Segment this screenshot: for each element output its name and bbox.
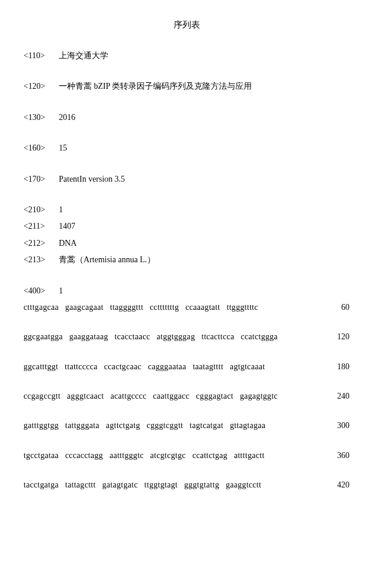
- entry-value: 上海交通大学: [59, 49, 108, 62]
- sequence-block: tattagcttt: [65, 479, 96, 492]
- sequence-block: ttattcccca: [65, 360, 98, 373]
- sequence-row: ggcatttggtttattccccaccactgcaaccagggaataa…: [24, 360, 349, 373]
- entry-value: 1: [59, 203, 63, 216]
- metadata-entry: <130>2016: [24, 111, 349, 124]
- sequence-block: agttctgatg: [106, 419, 140, 432]
- entry-tag: <213>: [24, 253, 59, 266]
- sequence-block: tattgggata: [65, 419, 99, 432]
- entry-value: DNA: [59, 237, 76, 250]
- sequence-blocks: ggcatttggtttattccccaccactgcaaccagggaataa…: [24, 360, 265, 373]
- entry-tag: <211>: [24, 220, 59, 233]
- sequence-block: gaaggataag: [69, 330, 108, 343]
- sequence-block: cgggtcggtt: [146, 419, 183, 432]
- metadata-entry: <212>DNA: [24, 237, 349, 250]
- sequence-block: ttcacttcca: [201, 330, 234, 343]
- sequence-block: ccatctggga: [241, 330, 278, 343]
- entry-value: 1407: [59, 220, 75, 233]
- sequence-block: tagtcatgat: [189, 419, 223, 432]
- entry-tag: <210>: [24, 203, 59, 216]
- sequence-block: caattggacc: [153, 390, 189, 403]
- entry-value: 2016: [59, 111, 75, 124]
- sequence-row: gatttggtggtattgggataagttctgatgcgggtcggtt…: [24, 419, 349, 432]
- sequence-block: gttagtagaa: [230, 419, 266, 432]
- sequence-position: 120: [326, 330, 349, 343]
- sequence-block: ctttgagcaa: [24, 301, 59, 314]
- sequence-block: ggcatttggt: [24, 360, 58, 373]
- sequence-block: tgcctgataa: [24, 449, 59, 462]
- sequence-row: tgcctgataacccacctaggaatttgggtcatcgtcgtgc…: [24, 449, 349, 462]
- sequence-block: gaagcagaat: [65, 301, 104, 314]
- entry-value: 1: [59, 285, 63, 298]
- sequence-block: ccattctgag: [192, 449, 228, 462]
- sequence-block: ccaaagtatt: [185, 301, 220, 314]
- sequence-block: taatagtttt: [193, 360, 224, 373]
- sequence-block: ttaggggttt: [110, 301, 144, 314]
- entry-tag: <160>: [24, 142, 59, 155]
- sequence-block: cccacctagg: [65, 449, 103, 462]
- sequence-block: attttgactt: [234, 449, 265, 462]
- sequence-block: cctttttttg: [150, 301, 179, 314]
- metadata-entry: <160>15: [24, 142, 349, 155]
- sequence-position: 60: [326, 301, 349, 314]
- sequence-row: ccgagccgttagggtcaactacattgcccccaattggacc…: [24, 390, 349, 403]
- sequence-row: tacctgatgatattagctttgatagtgatcttggtgtagt…: [24, 479, 349, 492]
- sequence-row: ctttgagcaagaagcagaatttaggggtttcctttttttg…: [24, 301, 349, 314]
- sequence-block: ttgggttttc: [227, 301, 258, 314]
- sequence-block: cgggagtact: [196, 390, 234, 403]
- entry-tag: <130>: [24, 111, 59, 124]
- metadata-entries: <110>上海交通大学<120>一种青蒿 bZIP 类转录因子编码序列及克隆方法…: [24, 49, 349, 298]
- sequence-position: 360: [326, 449, 349, 462]
- sequence-block: aatttgggtc: [109, 449, 144, 462]
- sequence-blocks: ggcgaatggagaaggataagtcacctaaccatggtgggag…: [24, 330, 278, 343]
- sequence-blocks: tacctgatgatattagctttgatagtgatcttggtgtagt…: [24, 479, 261, 492]
- entry-tag: <120>: [24, 80, 59, 93]
- sequence-blocks: ccgagccgttagggtcaactacattgcccccaattggacc…: [24, 390, 278, 403]
- sequence-row: ggcgaatggagaaggataagtcacctaaccatggtgggag…: [24, 330, 349, 343]
- sequence-block: tcacctaacc: [115, 330, 151, 343]
- sequence-list-title: 序列表: [24, 18, 349, 32]
- sequence-block: atggtgggag: [156, 330, 195, 343]
- entry-tag: <400>: [24, 285, 59, 298]
- metadata-entry: <211>1407: [24, 220, 349, 233]
- sequence-block: gatagtgatc: [102, 479, 138, 492]
- sequence-block: agtgtcaaat: [230, 360, 265, 373]
- sequence-block: acattgcccc: [111, 390, 146, 403]
- metadata-entry: <120>一种青蒿 bZIP 类转录因子编码序列及克隆方法与应用: [24, 80, 349, 93]
- sequence-blocks: gatttggtggtattgggataagttctgatgcgggtcggtt…: [24, 419, 265, 432]
- entry-value: PatentIn version 3.5: [59, 173, 125, 186]
- entry-tag: <170>: [24, 173, 59, 186]
- sequence-block: ttggtgtagt: [144, 479, 178, 492]
- entry-value: 青蒿（Artemisia annua L.）: [59, 253, 155, 266]
- sequence-block: agggtcaact: [67, 390, 104, 403]
- sequence-block: tacctgatga: [24, 479, 59, 492]
- sequence-block: ccactgcaac: [104, 360, 142, 373]
- metadata-entry: <110>上海交通大学: [24, 49, 349, 62]
- sequence-block: ccgagccgtt: [24, 390, 61, 403]
- sequence-position: 240: [326, 390, 349, 403]
- metadata-entry: <210>1: [24, 203, 349, 216]
- metadata-entry: <400>1: [24, 285, 349, 298]
- entry-tag: <110>: [24, 49, 59, 62]
- metadata-entry: <213>青蒿（Artemisia annua L.）: [24, 253, 349, 266]
- metadata-entry: <170>PatentIn version 3.5: [24, 173, 349, 186]
- sequence-block: atcgtcgtgc: [150, 449, 186, 462]
- entry-tag: <212>: [24, 237, 59, 250]
- sequence-block: cagggaataa: [148, 360, 186, 373]
- sequence-blocks: ctttgagcaagaagcagaatttaggggtttcctttttttg…: [24, 301, 258, 314]
- sequence-block: gatttggtgg: [24, 419, 59, 432]
- sequence-block: ggcgaatgga: [24, 330, 63, 343]
- sequence-block: gagagtggtc: [240, 390, 278, 403]
- sequence-block: gaaggtcctt: [226, 479, 262, 492]
- sequence-blocks: tgcctgataacccacctaggaatttgggtcatcgtcgtgc…: [24, 449, 265, 462]
- sequence-position: 180: [326, 360, 349, 373]
- entry-value: 一种青蒿 bZIP 类转录因子编码序列及克隆方法与应用: [59, 80, 252, 93]
- entry-value: 15: [59, 142, 67, 155]
- sequence-position: 300: [326, 419, 349, 432]
- sequence-rows: ctttgagcaagaagcagaatttaggggtttcctttttttg…: [24, 301, 349, 492]
- sequence-position: 420: [326, 479, 349, 492]
- sequence-block: gggtgtattg: [184, 479, 219, 492]
